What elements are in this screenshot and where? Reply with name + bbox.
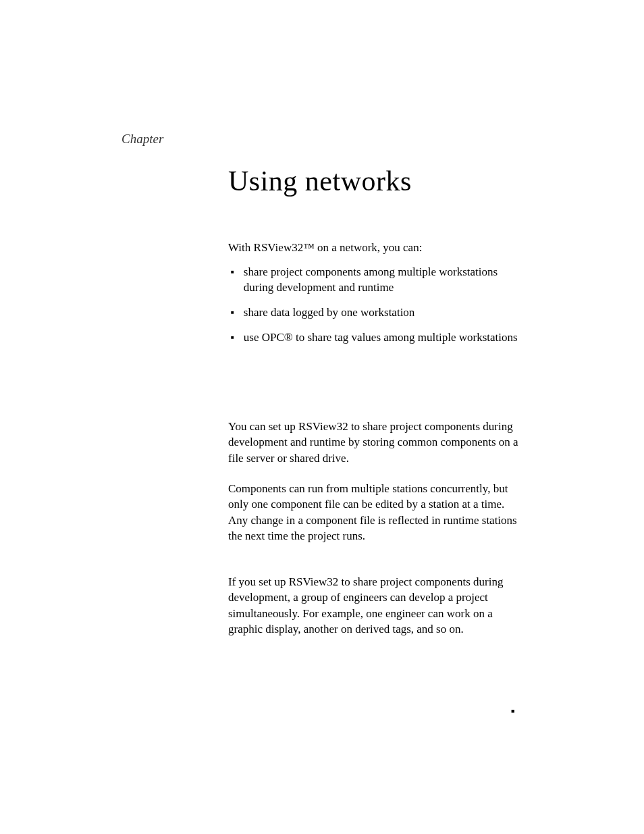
paragraph-2: Components can run from multiple station… [228, 481, 525, 544]
document-page: Chapter Using networks With RSView32™ on… [0, 0, 644, 834]
bullet-text: share data logged by one workstation [244, 305, 525, 321]
bullet-icon: ■ [231, 265, 234, 280]
chapter-title: Using networks [228, 165, 412, 197]
list-item: ■ share data logged by one workstation [228, 305, 525, 321]
paragraph-3: If you set up RSView32 to share project … [228, 574, 520, 637]
footer-marker: ■ [511, 708, 514, 714]
bullet-icon: ■ [231, 305, 234, 320]
bullet-text: share project components among multiple … [244, 265, 525, 296]
bullet-list: ■ share project components among multipl… [228, 265, 525, 355]
list-item: ■ use OPC® to share tag values among mul… [228, 330, 525, 346]
intro-paragraph: With RSView32™ on a network, you can: [228, 240, 518, 256]
chapter-label: Chapter [122, 132, 163, 147]
bullet-text: use OPC® to share tag values among multi… [244, 330, 525, 346]
bullet-icon: ■ [231, 330, 234, 345]
paragraph-1: You can set up RSView32 to share project… [228, 419, 518, 466]
list-item: ■ share project components among multipl… [228, 265, 525, 296]
